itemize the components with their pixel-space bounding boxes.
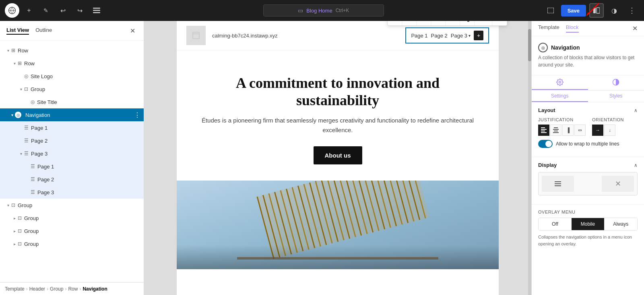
styles-text-tab[interactable]: Styles: [588, 91, 644, 102]
tree-item-page3[interactable]: ☰ Page 3: [0, 147, 144, 160]
label-site-logo: Site Logo: [31, 73, 53, 79]
close-right-panel-button[interactable]: ✕: [632, 25, 638, 32]
orient-vertical-button[interactable]: ↓: [604, 125, 615, 136]
justification-label: JUSTIFICATION: [538, 117, 586, 122]
about-us-button[interactable]: About us: [314, 146, 362, 164]
nav-add-button[interactable]: +: [474, 31, 483, 40]
svg-rect-2: [93, 10, 100, 11]
canvas-scroll[interactable]: calming-bb7c24.instawp.xyz ⊞ ◎ ⠿ ‹ › ▐ E…: [144, 21, 531, 295]
overlay-menu-section: OVERLAY MENU Off Mobile Always Collapses…: [532, 205, 644, 252]
add-block-button[interactable]: +: [22, 3, 36, 18]
undo-button[interactable]: ↩: [56, 3, 70, 18]
site-url: calming-bb7c24.instawp.xyz: [212, 33, 405, 39]
svg-rect-4: [547, 8, 554, 13]
tab-outline[interactable]: Outline: [35, 27, 52, 35]
icon-group3: ⊡: [18, 215, 22, 221]
toolbar-align-button[interactable]: ▐: [460, 21, 475, 25]
wrap-label: Allow to wrap to multiple lines: [556, 141, 619, 147]
more-options-button[interactable]: ⋮: [625, 3, 639, 18]
overlay-always-button[interactable]: Always: [604, 218, 637, 230]
overlay-note: Collapses the navigation options in a me…: [538, 234, 638, 247]
nav-link-page1[interactable]: Page 1: [411, 33, 427, 39]
tree-item-group4[interactable]: ⊡ Group: [0, 224, 144, 237]
breadcrumb-template[interactable]: Template: [5, 286, 25, 292]
tree-item-row2[interactable]: ⊞ Row: [0, 57, 144, 70]
breadcrumb-group[interactable]: Group: [50, 286, 63, 292]
svg-rect-1: [93, 8, 100, 9]
label-page1: Page 1: [31, 125, 47, 131]
tree-item-site-logo[interactable]: ◎ Site Logo: [0, 70, 144, 83]
contrast-button[interactable]: ◑: [607, 3, 621, 18]
justify-right-button[interactable]: ▐: [562, 125, 574, 136]
display-section-header[interactable]: Display ∧: [538, 162, 638, 168]
save-button[interactable]: Save: [561, 5, 586, 17]
page-title-bar[interactable]: ▭ Blog Home Ctrl+K: [263, 4, 384, 17]
toolbar-circle-button[interactable]: ◎: [402, 21, 417, 25]
breadcrumb-header[interactable]: Header: [29, 286, 45, 292]
svg-rect-45: [554, 127, 558, 128]
tree-item-group3[interactable]: ⊡ Group: [0, 212, 144, 224]
tree-item-navigation[interactable]: ▾ ◎ Navigation ⋮: [0, 108, 144, 121]
top-bar-left: + ✎ ↩ ↪: [5, 3, 104, 18]
breadcrumb-navigation[interactable]: Navigation: [83, 286, 107, 292]
tree-item-site-title[interactable]: ◎ Site Title: [0, 96, 144, 108]
tree-item-group1[interactable]: ⊡ Group: [0, 83, 144, 96]
justify-left-button[interactable]: [538, 125, 549, 136]
toolbar-prev-button[interactable]: ‹: [431, 21, 446, 25]
icon-p3p1: ☰: [31, 164, 35, 169]
redo-button[interactable]: ↪: [72, 3, 87, 18]
settings-text-tab[interactable]: Settings: [532, 91, 588, 102]
view-mode-button[interactable]: [543, 3, 558, 18]
toolbar-drag-handle[interactable]: ⠿: [417, 21, 431, 25]
toolbar-edit-button[interactable]: Edit: [475, 21, 492, 25]
canvas-scrollbar[interactable]: [528, 21, 531, 295]
canvas-scrollbar-thumb[interactable]: [528, 29, 531, 61]
styles-icon-tab[interactable]: [588, 75, 644, 90]
display-close-icon: ✕: [602, 176, 634, 192]
tree-item-page1[interactable]: ☰ Page 1: [0, 121, 144, 134]
tree-item-row1[interactable]: ⊞ Row: [0, 44, 144, 57]
navigation-options-icon[interactable]: ⋮: [134, 111, 140, 119]
layout-title: Layout: [538, 107, 555, 113]
list-view-button[interactable]: [89, 3, 104, 18]
label-group5: Group: [24, 241, 39, 247]
overlay-off-button[interactable]: Off: [539, 218, 572, 230]
toggle-thumb: [545, 141, 552, 147]
tab-block[interactable]: Block: [566, 24, 579, 33]
top-bar-right: Save ◑ ⋮: [543, 3, 639, 18]
brush-button[interactable]: ✎: [39, 3, 53, 18]
nav-link-page2[interactable]: Page 2: [431, 33, 448, 39]
display-section: Display ∧ ✕: [532, 157, 644, 205]
orient-horizontal-button[interactable]: →: [592, 125, 603, 136]
overlay-mobile-button[interactable]: Mobile: [572, 218, 605, 230]
tab-list-view[interactable]: List View: [6, 27, 29, 35]
wordpress-logo[interactable]: [5, 3, 19, 18]
justify-between-button[interactable]: ⇔: [574, 125, 586, 136]
settings-icon-tab[interactable]: [532, 75, 588, 90]
toolbar-transform-button[interactable]: ⊞: [388, 21, 402, 25]
layout-section-header[interactable]: Layout ∧: [538, 107, 638, 113]
nav-link-page3[interactable]: Page 3 ▾: [451, 33, 471, 39]
close-panel-button[interactable]: ✕: [128, 26, 137, 35]
icon-site-logo: ◎: [24, 73, 28, 79]
right-panel-header: Template Block ✕: [532, 21, 644, 36]
panel-tabs: List View Outline: [6, 27, 52, 35]
toolbar-next-button[interactable]: ›: [446, 21, 460, 25]
breadcrumb-sep2: ›: [47, 286, 48, 292]
wrap-toggle-row: Allow to wrap to multiple lines: [538, 140, 638, 148]
breadcrumb-sep3: ›: [65, 286, 66, 292]
toolbar-more-button[interactable]: ⋮: [492, 21, 507, 25]
tab-template[interactable]: Template: [538, 24, 559, 33]
tree-item-group5[interactable]: ⊡ Group: [0, 237, 144, 250]
tree-item-page3-page1[interactable]: ☰ Page 1: [0, 160, 144, 173]
justify-center-button[interactable]: [550, 125, 561, 136]
icon-row1: ⊞: [11, 48, 15, 53]
layout-chevron: ∧: [634, 108, 638, 113]
settings-panel-button[interactable]: [589, 3, 604, 18]
tree-item-page3-page2[interactable]: ☰ Page 2: [0, 173, 144, 186]
tree-item-group2[interactable]: ⊡ Group: [0, 199, 144, 212]
breadcrumb-row[interactable]: Row: [68, 286, 78, 292]
wrap-toggle[interactable]: [538, 140, 553, 148]
tree-item-page3-page3[interactable]: ☰ Page 3: [0, 186, 144, 199]
tree-item-page2[interactable]: ☰ Page 2: [0, 134, 144, 147]
